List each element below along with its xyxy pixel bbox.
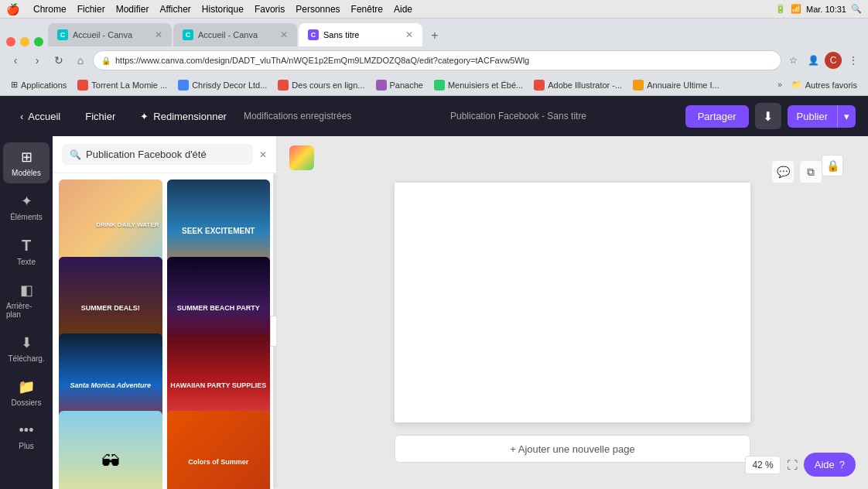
menu-modifier[interactable]: Modifier — [116, 4, 149, 15]
tab-1[interactable]: C Accueil - Canva ✕ — [48, 23, 172, 46]
template-card-8[interactable]: Colors of Summer — [167, 411, 271, 490]
sidebar-item-arriere-plan[interactable]: ◧ Arrière-plan — [3, 275, 50, 325]
apps-icon: ⊞ — [11, 80, 18, 90]
lock-canvas-button[interactable]: 🔒 — [822, 155, 843, 176]
search-box[interactable]: 🔍 — [62, 144, 253, 165]
tab-bar: C Accueil - Canva ✕ C Accueil - Canva ✕ … — [0, 19, 868, 46]
bookmark-cours[interactable]: Des cours en lign... — [273, 78, 369, 92]
telecharg-label: Télécharg. — [8, 354, 44, 363]
tab-2[interactable]: C Accueil - Canva ✕ — [173, 23, 297, 46]
search-input[interactable] — [86, 149, 245, 160]
background-icon: ◧ — [20, 282, 33, 299]
zoom-expand-button[interactable]: ⛶ — [787, 459, 798, 471]
tab1-favicon: C — [57, 29, 68, 40]
menu-fenetre[interactable]: Fenêtre — [351, 4, 383, 15]
bookmark-chrisdy[interactable]: Chrisdy Decor Ltd... — [173, 78, 272, 92]
tab3-close[interactable]: ✕ — [405, 29, 413, 40]
bookmark-annuaire[interactable]: Annuaire Ultime I... — [628, 78, 724, 92]
plus-label: Plus — [19, 442, 33, 450]
svg-rect-0 — [289, 145, 314, 170]
tab-3[interactable]: C Sans titre ✕ — [299, 23, 422, 46]
search-icon: 🔍 — [70, 149, 81, 160]
sidebar-item-telecharg[interactable]: ⬇ Télécharg. — [3, 328, 50, 369]
canva-icon[interactable]: C — [825, 52, 842, 69]
publish-main-label: Publier — [788, 105, 837, 128]
menu-personnes[interactable]: Personnes — [296, 4, 340, 15]
elements-label: Éléments — [10, 213, 43, 221]
upload-icon: ⬇ — [21, 334, 32, 351]
sidebar-item-plus[interactable]: ••• Plus — [3, 416, 50, 457]
share-button[interactable]: Partager — [685, 105, 749, 128]
new-tab-button[interactable]: + — [424, 25, 446, 46]
panel-collapse-button[interactable]: ‹ — [270, 316, 276, 347]
canvas-page[interactable] — [395, 183, 750, 422]
address-bar[interactable]: 🔒 https://www.canva.com/design/DADT_vluT… — [93, 50, 781, 70]
profile-button[interactable]: 👤 — [805, 52, 822, 69]
search-clear-button[interactable]: ✕ — [259, 149, 267, 160]
menu-chrome[interactable]: Chrome — [33, 4, 67, 15]
home-button[interactable]: ⌂ — [71, 51, 90, 70]
window-maximize[interactable] — [34, 37, 43, 46]
menu-fichier[interactable]: Fichier — [77, 4, 105, 15]
file-menu-btn[interactable]: Fichier — [77, 106, 123, 127]
extensions-button[interactable]: ⋮ — [845, 52, 862, 69]
home-label: Accueil — [28, 111, 60, 122]
publish-button[interactable]: Publier ▾ — [788, 105, 856, 128]
canva-toolbar: ‹ Accueil Fichier ✦ Redimensionner Modif… — [0, 96, 868, 136]
tab2-close[interactable]: ✕ — [280, 29, 288, 40]
menu-afficher[interactable]: Afficher — [159, 4, 190, 15]
download-button[interactable]: ⬇ — [755, 103, 781, 129]
app-container: ‹ Accueil Fichier ✦ Redimensionner Modif… — [0, 96, 868, 489]
mac-menubar: 🍎 Chrome Fichier Modifier Afficher Histo… — [0, 0, 868, 19]
apple-menu[interactable]: 🍎 — [6, 3, 19, 15]
bookmark-menuisiers[interactable]: Menuisiers et Ébé... — [429, 78, 528, 92]
zoom-level: 42 % — [745, 456, 780, 474]
publish-dropdown-arrow[interactable]: ▾ — [837, 105, 856, 128]
annuaire-favicon — [633, 80, 644, 91]
back-button[interactable]: ‹ — [6, 51, 25, 70]
sidebar-item-modeles[interactable]: ⊞ Modèles — [3, 142, 50, 183]
menu-historique[interactable]: Historique — [202, 4, 244, 15]
canvas-area: 🔒 💬 ⧉ + Ajouter une nouvelle page 42 % ⛶… — [277, 136, 868, 489]
menu-aide[interactable]: Aide — [394, 4, 412, 15]
address-bar-row: ‹ › ↻ ⌂ 🔒 https://www.canva.com/design/D… — [0, 46, 868, 74]
template-card-7[interactable]: 🕶 — [59, 411, 162, 490]
sidebar-item-dossiers[interactable]: 📁 Dossiers — [3, 372, 50, 413]
url-text: https://www.canva.com/design/DADT_vluThA… — [115, 56, 773, 65]
resize-btn[interactable]: ✦ Redimensionner — [132, 106, 234, 127]
other-favorites[interactable]: 📁 Autres favoris — [787, 78, 862, 91]
panel-search: 🔍 ✕ — [53, 136, 276, 173]
help-label: Aide — [815, 459, 835, 470]
sidebar-item-texte[interactable]: T Texte — [3, 231, 50, 272]
tab1-close[interactable]: ✕ — [155, 29, 162, 40]
bookmark-menuisiers-label: Menuisiers et Ébé... — [448, 80, 523, 90]
page-tools: 💬 ⧉ — [772, 161, 822, 183]
add-page-button[interactable]: + Ajouter une nouvelle page — [395, 435, 750, 463]
bookmark-torrent-label: Torrent La Momie ... — [91, 80, 167, 90]
forward-button[interactable]: › — [28, 51, 46, 70]
torrent-favicon — [77, 80, 88, 91]
back-to-home[interactable]: ‹ Accueil — [12, 106, 68, 127]
copy-tool-button[interactable]: ⧉ — [800, 161, 822, 183]
window-close[interactable] — [6, 37, 15, 46]
bookmarks-more[interactable]: » — [774, 79, 785, 91]
help-button[interactable]: Aide ? — [804, 453, 856, 477]
toolbar-center: Publication Facebook - Sans titre — [361, 111, 675, 121]
menu-favoris[interactable]: Favoris — [255, 4, 285, 15]
bookmark-apps[interactable]: ⊞ Applications — [6, 78, 71, 91]
dossiers-label: Dossiers — [12, 398, 42, 407]
template-grid: DRINK DAILY WATER SEEK EXCITEMENT SUMMER… — [53, 173, 276, 489]
bookmark-adobe[interactable]: Adobe Illustrator -... — [529, 78, 627, 92]
background-label: Arrière-plan — [6, 302, 46, 319]
folder-icon: 📁 — [791, 80, 802, 90]
window-minimize[interactable] — [20, 37, 29, 46]
bookmark-star[interactable]: ☆ — [784, 52, 801, 69]
toolbar-left: ‹ Accueil Fichier ✦ Redimensionner Modif… — [12, 106, 351, 127]
saved-indicator: Modifications enregistrées — [244, 111, 351, 121]
sidebar-item-elements[interactable]: ✦ Éléments — [3, 186, 50, 227]
dossiers-icon: 📁 — [18, 378, 35, 395]
bookmark-torrent[interactable]: Torrent La Momie ... — [73, 78, 172, 92]
bookmark-panache[interactable]: Panache — [371, 78, 428, 92]
comment-tool-button[interactable]: 💬 — [772, 161, 794, 183]
refresh-button[interactable]: ↻ — [50, 51, 68, 70]
